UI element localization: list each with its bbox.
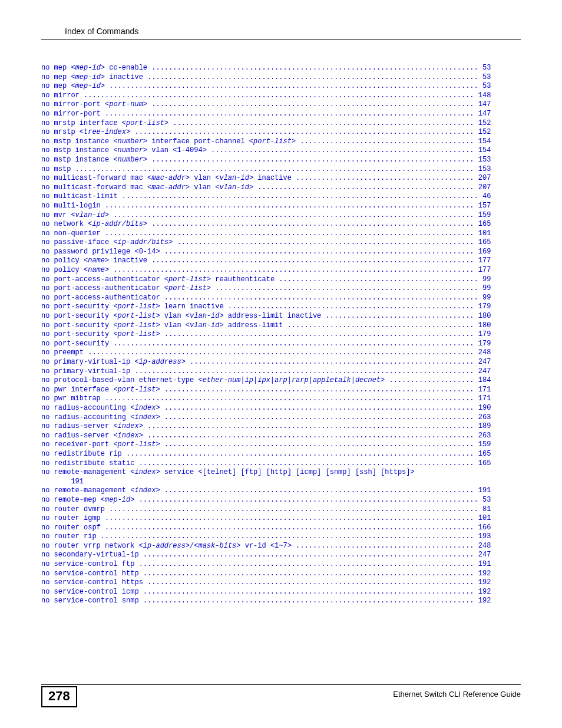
page-ref: 165 xyxy=(474,459,491,467)
index-entry: no remote-management <index> service <[t… xyxy=(41,468,521,477)
page-ref: 171 xyxy=(474,394,491,403)
page-ref: 154 xyxy=(474,146,491,154)
page-ref: 46 xyxy=(478,192,491,200)
index-entry: no radius-accounting <index> ...........… xyxy=(41,413,521,423)
index-entry: no remote-management <index> ...........… xyxy=(41,486,521,496)
page-ref: 169 xyxy=(474,248,491,256)
index-entry: no port-access-authenticator ...........… xyxy=(41,294,521,303)
page-ref: 147 xyxy=(474,110,491,118)
index-entry: no mep <mep-id> ........................… xyxy=(41,82,521,91)
page-ref: 247 xyxy=(474,358,491,366)
page-ref: 53 xyxy=(478,496,491,504)
page-ref: 191 xyxy=(474,560,491,568)
page-ref: 192 xyxy=(474,569,491,578)
index-entry: no port-security <port-list> vlan <vlan-… xyxy=(41,312,521,321)
page-ref: 248 xyxy=(474,348,491,357)
page-ref: 148 xyxy=(474,91,491,100)
index-entry: no secondary-virtual-ip ................… xyxy=(41,551,521,560)
index-entry: no mstp instance <number> ..............… xyxy=(41,156,521,165)
page-footer: 278 Ethernet Switch CLI Reference Guide xyxy=(41,684,521,707)
index-entry: no router ospf .........................… xyxy=(41,523,521,533)
index-entry: no remote-mep <mep-id> .................… xyxy=(41,496,521,505)
index-entry: no port-security <port-list> vlan <vlan-… xyxy=(41,321,521,331)
page-header: Index of Commands xyxy=(41,27,521,40)
index-entry: no service-control http ................… xyxy=(41,569,521,579)
index-entry: no router vrrp network <ip-address>/<mas… xyxy=(41,542,521,551)
page-ref: 153 xyxy=(474,156,491,164)
index-entry: no mstp ................................… xyxy=(41,165,521,174)
page-ref: 165 xyxy=(474,450,491,458)
page-ref: 99 xyxy=(478,294,491,302)
index-entry: no mrstp interface <port-list> .........… xyxy=(41,119,521,129)
page-ref: 166 xyxy=(474,523,491,532)
page-ref: 184 xyxy=(474,376,491,384)
header-divider xyxy=(41,39,521,40)
page-ref: 152 xyxy=(474,128,491,136)
index-list: no mep <mep-id> cc-enable ..............… xyxy=(41,64,521,606)
index-entry: no non-querier .........................… xyxy=(41,229,521,239)
index-entry: no port-access-authenticator <port-list>… xyxy=(41,275,521,285)
page-ref: 152 xyxy=(474,119,491,127)
page-ref: 153 xyxy=(474,165,491,173)
header-title: Index of Commands xyxy=(41,27,521,39)
index-entry: no mstp instance <number> interface port… xyxy=(41,137,521,147)
index-entry: no multicast-limit .....................… xyxy=(41,192,521,202)
page-ref: 81 xyxy=(478,505,491,513)
index-entry: no service-control https ...............… xyxy=(41,578,521,588)
page-ref: 99 xyxy=(478,275,491,284)
page-ref: 53 xyxy=(478,73,491,81)
page-ref: 53 xyxy=(478,82,491,90)
page-ref: 159 xyxy=(474,440,491,449)
index-entry-continuation: 191 xyxy=(41,477,521,487)
page-ref: 263 xyxy=(474,413,491,421)
index-entry: no service-control ftp .................… xyxy=(41,560,521,569)
index-entry: no pwr mibtrap .........................… xyxy=(41,394,521,404)
page-ref: 179 xyxy=(474,302,491,311)
page-ref: 189 xyxy=(474,422,491,430)
index-entry: no mvr <vlan-id> .......................… xyxy=(41,211,521,220)
index-entry: no service-control icmp ................… xyxy=(41,588,521,597)
page-ref: 207 xyxy=(474,174,491,182)
page-ref: 192 xyxy=(474,597,491,605)
index-entry: no pwr interface <port-list> ...........… xyxy=(41,386,521,395)
page-ref: 207 xyxy=(474,183,491,192)
index-entry: no protocol-based-vlan ethernet-type <et… xyxy=(41,376,521,386)
index-entry: no receiver-port <port-list> ...........… xyxy=(41,440,521,450)
index-entry: no multi-login .........................… xyxy=(41,202,521,211)
page-ref: 192 xyxy=(474,588,491,596)
index-entry: no redistribute rip ....................… xyxy=(41,450,521,459)
index-entry: no port-security <port-list> ...........… xyxy=(41,330,521,340)
page-number: 278 xyxy=(41,686,77,707)
page-ref: 159 xyxy=(474,211,491,219)
index-entry: no mep <mep-id> cc-enable ..............… xyxy=(41,64,521,73)
page-ref: 191 xyxy=(474,486,491,495)
page-ref: 192 xyxy=(474,578,491,587)
index-entry: no mirror-port .........................… xyxy=(41,110,521,119)
page-ref: 157 xyxy=(474,202,491,210)
index-entry: no radius-server <index> ...............… xyxy=(41,422,521,431)
page-ref: 179 xyxy=(474,340,491,348)
index-entry: no network <ip-addr/bits> ..............… xyxy=(41,220,521,229)
page-ref: 193 xyxy=(474,532,491,541)
page-ref: 101 xyxy=(474,514,491,522)
page-ref: 53 xyxy=(478,64,491,72)
index-entry: no password privilege <0-14> ...........… xyxy=(41,248,521,257)
index-entry: no port-access-authenticator <port-list>… xyxy=(41,284,521,294)
index-entry: no primary-virtual-ip <ip-address> .....… xyxy=(41,358,521,367)
index-entry: no service-control snmp ................… xyxy=(41,597,521,606)
index-entry: no passive-iface <ip-addr/bits> ........… xyxy=(41,238,521,248)
page-ref: 179 xyxy=(474,330,491,338)
index-entry: no redistribute static .................… xyxy=(41,459,521,469)
page-ref: 263 xyxy=(474,431,491,440)
index-entry: no router rip ..........................… xyxy=(41,532,521,542)
page-ref: 248 xyxy=(474,542,491,550)
index-entry: no router igmp .........................… xyxy=(41,514,521,523)
index-entry: no policy <name> .......................… xyxy=(41,266,521,275)
index-entry: no preempt .............................… xyxy=(41,348,521,358)
index-entry: no policy <name> inactive ..............… xyxy=(41,256,521,266)
page-ref: 190 xyxy=(474,404,491,412)
index-entry: no port-security .......................… xyxy=(41,340,521,349)
index-entry: no primary-virtual-ip ..................… xyxy=(41,367,521,377)
page-ref: 101 xyxy=(474,229,491,238)
page-ref: 165 xyxy=(474,238,491,246)
